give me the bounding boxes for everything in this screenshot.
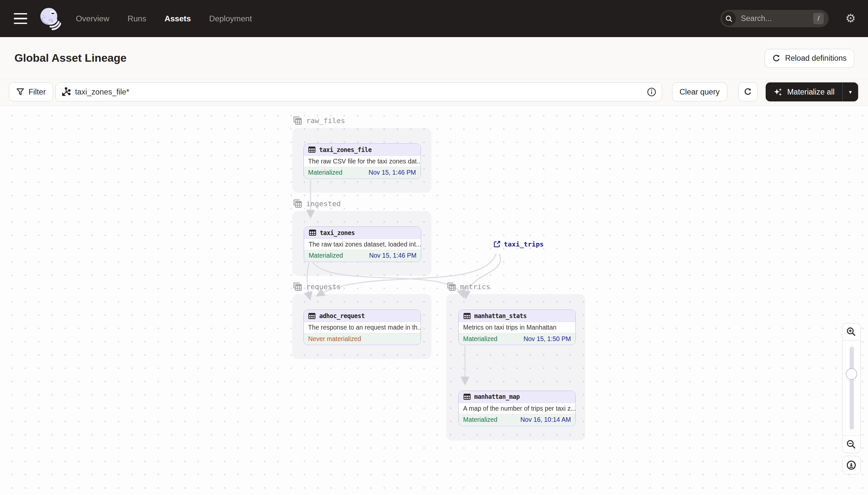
asset-status: Materialized (309, 252, 343, 259)
asset-description: The response to an request made in th... (304, 322, 421, 333)
asset-node-manhattan_stats[interactable]: manhattan_stats Metrics on taxi trips in… (458, 309, 576, 345)
app-window: Overview Runs Assets Deployment Search..… (0, 0, 868, 495)
reload-icon (772, 54, 780, 62)
table-icon (308, 146, 316, 154)
asset-timestamp: Nov 16, 10:14 AM (520, 416, 571, 424)
settings-gear-icon[interactable]: ⚙ (845, 13, 856, 24)
zoom-out-icon (846, 440, 856, 449)
zoom-in-icon (846, 327, 856, 337)
graph-query-icon (61, 87, 71, 97)
nav-item-deployment[interactable]: Deployment (209, 14, 252, 23)
filter-funnel-icon (16, 88, 24, 96)
asset-status: Materialized (463, 416, 498, 424)
asset-status: Never materialized (308, 335, 361, 343)
edge-taxi_trips-manhattan_stats (465, 254, 500, 298)
reload-definitions-button[interactable]: Reload definitions (765, 49, 854, 68)
group-label-metrics[interactable]: metrics (447, 282, 491, 291)
asset-description: The raw taxi zones dataset, loaded int..… (304, 239, 421, 250)
nav-item-overview[interactable]: Overview (76, 14, 109, 23)
asset-group-icon (293, 116, 302, 125)
table-icon (463, 393, 471, 401)
page-title: Global Asset Lineage (14, 52, 127, 64)
refresh-graph-button[interactable] (739, 82, 757, 101)
group-label-raw_files[interactable]: raw_files (293, 116, 345, 125)
search-icon (722, 12, 736, 25)
external-link-icon (493, 241, 501, 248)
group-label-requests[interactable]: requests (293, 282, 341, 291)
hamburger-menu-icon[interactable] (14, 13, 27, 24)
asset-group-icon (293, 199, 302, 208)
asset-name: taxi_zones (320, 229, 355, 236)
table-icon (309, 229, 317, 237)
asset-description: A map of the number of trips per taxi z.… (459, 403, 575, 414)
asset-timestamp: Nov 15, 1:46 PM (369, 169, 416, 176)
zoom-out-button[interactable] (843, 436, 860, 453)
asset-node-taxi_zones_file[interactable]: taxi_zones_file The raw CSV file for the… (303, 143, 421, 179)
asset-description: The raw CSV file for the taxi zones dat.… (304, 156, 421, 167)
zoom-controls (842, 323, 861, 453)
asset-name: taxi_zones_file (319, 147, 372, 153)
asset-name: adhoc_request (319, 312, 365, 319)
top-nav: Overview Runs Assets Deployment Search..… (0, 0, 868, 37)
dagster-logo[interactable] (38, 6, 61, 31)
refresh-icon (744, 88, 752, 96)
lineage-edges (0, 106, 868, 495)
nav-item-runs[interactable]: Runs (128, 14, 146, 23)
asset-group-icon (293, 282, 302, 291)
global-search-input[interactable]: Search... / (720, 10, 829, 27)
asset-group-icon (447, 282, 456, 291)
zoom-slider-thumb[interactable] (846, 368, 857, 380)
zoom-in-button[interactable] (843, 323, 860, 340)
external-asset-name: taxi_trips (504, 240, 544, 248)
asset-timestamp: Nov 15, 1:46 PM (369, 252, 416, 259)
query-info-icon[interactable] (647, 87, 656, 97)
materialize-all-button[interactable]: Materialize all (766, 82, 843, 101)
clear-query-button[interactable]: Clear query (672, 82, 727, 101)
group-label-ingested[interactable]: ingested (293, 199, 341, 208)
asset-timestamp: Nov 15, 1:50 PM (524, 335, 571, 343)
asset-status: Materialized (463, 335, 498, 343)
asset-query-input[interactable] (55, 82, 662, 101)
download-icon (846, 460, 856, 471)
download-view-button[interactable] (842, 456, 861, 474)
lineage-toolbar: Filter Clear query (0, 79, 868, 106)
search-shortcut-key: / (813, 13, 824, 24)
asset-name: manhattan_stats (474, 312, 527, 319)
asset-node-adhoc_request[interactable]: adhoc_request The response to an request… (303, 309, 421, 345)
materialize-all-split-button: Materialize all ▾ (766, 82, 858, 101)
external-asset-taxi_trips[interactable]: taxi_trips (493, 240, 544, 248)
materialize-options-caret[interactable]: ▾ (843, 82, 858, 101)
nav-links: Overview Runs Assets Deployment (76, 14, 252, 23)
search-placeholder: Search... (741, 14, 772, 23)
asset-node-taxi_zones[interactable]: taxi_zones The raw taxi zones dataset, l… (304, 226, 421, 262)
zoom-slider-track[interactable] (850, 347, 854, 430)
asset-description: Metrics on taxi trips in Manhattan (459, 322, 575, 333)
sparkle-icon (773, 87, 783, 97)
page-header: Global Asset Lineage Reload definitions (0, 37, 868, 79)
asset-node-manhattan_map[interactable]: manhattan_map A map of the number of tri… (458, 391, 576, 426)
nav-item-assets[interactable]: Assets (165, 14, 191, 23)
asset-status: Materialized (308, 169, 342, 176)
table-icon (463, 312, 471, 320)
filter-button[interactable]: Filter (9, 82, 53, 101)
asset-query-text[interactable] (75, 88, 642, 97)
table-icon (308, 312, 316, 320)
lineage-canvas[interactable]: raw_files ingested requests (0, 106, 868, 495)
asset-name: manhattan_map (474, 393, 520, 400)
